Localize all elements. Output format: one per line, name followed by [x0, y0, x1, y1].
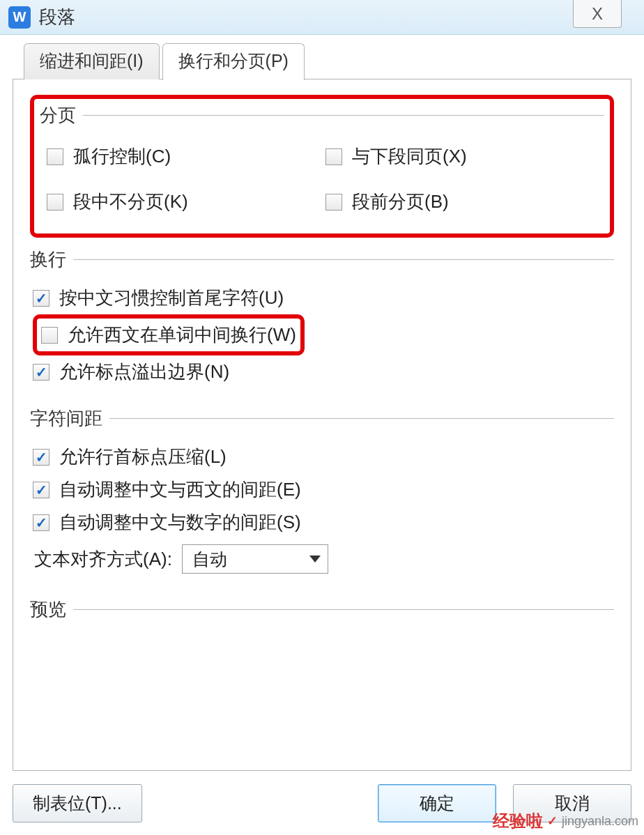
preview-area [33, 631, 611, 743]
checkbox-icon [33, 364, 49, 381]
dialog-content: 缩进和间距(I) 换行和分页(P) 分页 孤行控制(C) 与下段同页(X) [13, 43, 631, 822]
tabs-button[interactable]: 制表位(T)... [13, 784, 142, 822]
watermark: 经验啦 ✓ jingyanla.com [493, 810, 638, 832]
linebreak-legend: 换行 [30, 247, 73, 272]
chevron-down-icon [309, 556, 321, 562]
checkbox-icon [33, 482, 49, 498]
linebreak-group: 换行 按中文习惯控制首尾字符(U) 允许西文在单词中间换行(W) 允许标点溢出边… [30, 247, 614, 394]
ok-button[interactable]: 确定 [378, 784, 496, 822]
checkbox-label: 允许西文在单词中间换行(W) [68, 323, 296, 347]
checkbox-icon [47, 194, 63, 210]
watermark-site: jingyanla.com [562, 814, 638, 829]
pagination-legend: 分页 [40, 103, 83, 128]
text-align-label: 文本对齐方式(A): [34, 547, 172, 572]
watermark-brand: 经验啦 [493, 810, 543, 832]
checkbox-icon [33, 449, 49, 466]
checkbox-space-cn-num[interactable]: 自动调整中文与数字的间距(S) [33, 506, 611, 539]
tab-indent-spacing[interactable]: 缩进和间距(I) [24, 43, 160, 79]
checkbox-label: 自动调整中文与数字的间距(S) [59, 510, 301, 535]
check-icon: ✓ [547, 813, 558, 829]
close-icon: X [592, 4, 603, 24]
latin-wrap-highlight: 允许西文在单词中间换行(W) [33, 314, 305, 355]
pagination-highlight: 分页 孤行控制(C) 与下段同页(X) 段中不分页(K) [30, 95, 614, 238]
checkbox-page-break-before[interactable]: 段前分页(B) [325, 185, 597, 218]
checkbox-cjk-first-last[interactable]: 按中文习惯控制首尾字符(U) [33, 282, 611, 314]
checkbox-space-cn-en[interactable]: 自动调整中文与西文的间距(E) [33, 473, 611, 506]
tab-strip: 缩进和间距(I) 换行和分页(P) [24, 43, 631, 79]
text-align-combo[interactable]: 自动 [182, 544, 328, 574]
checkbox-punct-overflow[interactable]: 允许标点溢出边界(N) [33, 355, 611, 388]
checkbox-keep-together[interactable]: 段中不分页(K) [47, 185, 319, 218]
char-spacing-legend: 字符间距 [30, 406, 109, 431]
preview-group: 预览 [30, 597, 614, 749]
tab-line-page-breaks[interactable]: 换行和分页(P) [162, 43, 305, 80]
checkbox-label: 按中文习惯控制首尾字符(U) [59, 286, 284, 310]
checkbox-icon [325, 148, 342, 165]
checkbox-label: 允许标点溢出边界(N) [59, 360, 229, 384]
checkbox-label: 自动调整中文与西文的间距(E) [59, 477, 301, 502]
checkbox-label: 孤行控制(C) [73, 144, 171, 169]
checkbox-compress-punct[interactable]: 允许行首标点压缩(L) [33, 441, 611, 473]
checkbox-label: 允许行首标点压缩(L) [59, 445, 227, 469]
checkbox-label: 段前分页(B) [352, 190, 449, 214]
app-icon: W [8, 6, 31, 29]
checkbox-icon [47, 148, 63, 165]
checkbox-icon [33, 514, 49, 531]
dialog-title: 段落 [39, 5, 75, 29]
pagination-group: 分页 孤行控制(C) 与下段同页(X) 段中不分页(K) [40, 103, 604, 227]
text-align-row: 文本对齐方式(A): 自动 [33, 539, 611, 579]
title-bar: W 段落 X [0, 0, 644, 35]
preview-legend: 预览 [30, 597, 73, 622]
combo-value: 自动 [192, 548, 227, 571]
checkbox-keep-with-next[interactable]: 与下段同页(X) [325, 140, 597, 173]
tab-panel: 分页 孤行控制(C) 与下段同页(X) 段中不分页(K) [13, 79, 631, 771]
checkbox-icon [325, 194, 342, 210]
checkbox-orphan-control[interactable]: 孤行控制(C) [47, 140, 319, 173]
checkbox-latin-word-wrap[interactable]: 允许西文在单词中间换行(W) [41, 320, 296, 350]
checkbox-icon [33, 290, 49, 307]
checkbox-label: 与下段同页(X) [352, 144, 467, 169]
char-spacing-group: 字符间距 允许行首标点压缩(L) 自动调整中文与西文的间距(E) 自动调整中文与… [30, 406, 614, 585]
checkbox-icon [41, 327, 58, 344]
close-button[interactable]: X [573, 0, 622, 28]
checkbox-label: 段中不分页(K) [73, 190, 188, 214]
